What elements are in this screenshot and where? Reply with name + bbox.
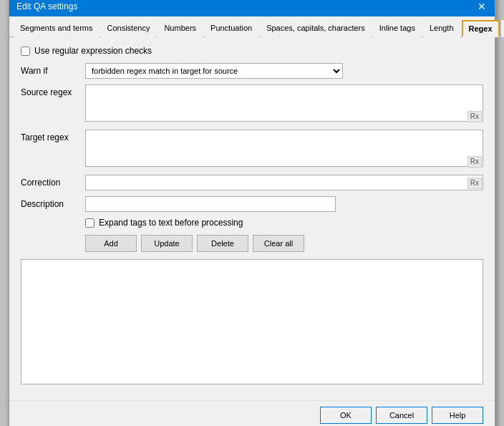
description-input[interactable] [85, 196, 336, 212]
update-button[interactable]: Update [141, 235, 193, 252]
source-regex-row: Source regex Rx [21, 84, 483, 124]
action-buttons-row: Add Update Delete Clear all [85, 235, 483, 252]
target-regex-label: Target regex [21, 130, 85, 142]
tabs-bar: Segments and terms Consistency Numbers P… [9, 16, 495, 37]
description-row: Description [21, 196, 483, 212]
add-button[interactable]: Add [85, 235, 137, 252]
tab-length[interactable]: Length [423, 20, 460, 37]
ok-button[interactable]: OK [320, 407, 372, 424]
correction-label: Correction [21, 178, 85, 188]
dialog-title: Edit QA settings [16, 1, 77, 11]
clear-all-button[interactable]: Clear all [253, 235, 304, 252]
warn-if-label: Warn if [21, 66, 85, 76]
target-regex-row: Target regex Rx [21, 130, 483, 169]
source-regex-label: Source regex [21, 84, 85, 97]
tab-segments-and-terms[interactable]: Segments and terms [14, 20, 100, 37]
warn-if-dropdown[interactable]: forbidden regex match in target for sour… [85, 63, 343, 79]
correction-row: Correction Rx [21, 175, 483, 190]
tab-content: Use regular expression checks Warn if fo… [9, 37, 495, 400]
delete-button[interactable]: Delete [197, 235, 248, 252]
expand-tags-checkbox[interactable] [85, 218, 94, 228]
footer: OK Cancel Help [9, 400, 495, 426]
tab-numbers[interactable]: Numbers [158, 20, 203, 37]
expand-tags-row: Expand tags to text before processing [85, 218, 483, 228]
dialog: Edit QA settings ✕ Segments and terms Co… [9, 0, 495, 426]
correction-wrapper: Rx [85, 175, 483, 190]
tab-punctuation[interactable]: Punctuation [204, 20, 258, 37]
target-regex-wrapper: Rx [85, 130, 483, 169]
tab-spaces-capitals-characters[interactable]: Spaces, capitals, characters [260, 20, 372, 37]
description-label: Description [21, 199, 85, 209]
tab-severity[interactable]: Severity [501, 20, 504, 37]
warn-if-row: Warn if forbidden regex match in target … [21, 63, 483, 79]
title-bar: Edit QA settings ✕ [9, 0, 495, 16]
correction-rx-badge: Rx [467, 178, 482, 189]
close-button[interactable]: ✕ [476, 1, 488, 12]
expand-tags-label: Expand tags to text before processing [99, 218, 243, 228]
cancel-button[interactable]: Cancel [376, 407, 427, 424]
use-regex-label: Use regular expression checks [34, 46, 152, 56]
target-regex-input[interactable] [85, 130, 483, 167]
target-rx-badge: Rx [467, 156, 482, 168]
use-regex-row: Use regular expression checks [21, 46, 483, 56]
use-regex-checkbox[interactable] [21, 47, 30, 56]
source-regex-input[interactable] [85, 84, 483, 122]
tab-inline-tags[interactable]: Inline tags [373, 20, 422, 37]
tab-consistency[interactable]: Consistency [101, 20, 157, 37]
source-regex-wrapper: Rx [85, 84, 483, 124]
source-rx-badge: Rx [467, 111, 482, 122]
regex-list-area [21, 259, 483, 384]
correction-input[interactable] [85, 175, 483, 190]
tab-regex[interactable]: Regex [462, 20, 500, 37]
help-button[interactable]: Help [432, 407, 483, 424]
